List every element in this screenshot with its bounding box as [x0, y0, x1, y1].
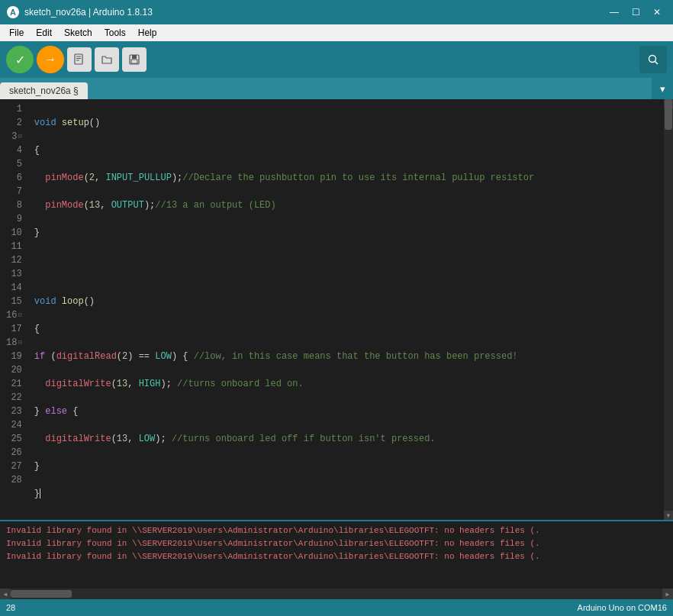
title-bar: A sketch_nov26a | Arduino 1.8.13 — ☐ ✕	[0, 0, 673, 24]
minimize-button[interactable]: —	[604, 5, 624, 20]
search-button[interactable]	[639, 46, 667, 73]
app-logo: A	[6, 5, 20, 19]
close-button[interactable]: ✕	[647, 5, 667, 20]
new-button[interactable]	[67, 47, 92, 72]
hscroll-thumb[interactable]	[11, 590, 72, 598]
line-numbers: 1 2 3⊟ 4 5 6 7 8 9 10 11 12 13 14 15 16⊟…	[0, 99, 28, 520]
status-bar: 28 Arduino Uno on COM16	[0, 599, 673, 616]
tab-bar: sketch_nov26a § ▾	[0, 78, 673, 99]
svg-point-9	[649, 56, 656, 63]
svg-text:A: A	[10, 8, 16, 17]
scroll-down-arrow[interactable]: ▼	[664, 511, 673, 520]
menu-file[interactable]: File	[3, 26, 30, 40]
code-editor[interactable]: void setup() { pinMode(2, INPUT_PULLUP);…	[28, 99, 664, 520]
scroll-track	[11, 589, 662, 599]
maximize-button[interactable]: ☐	[626, 5, 646, 20]
title-bar-left: A sketch_nov26a | Arduino 1.8.13	[6, 5, 153, 19]
scroll-right-arrow[interactable]: ▶	[662, 589, 673, 599]
save-button[interactable]	[122, 47, 147, 72]
console-line-1: Invalid library found in \\SERVER2019\Us…	[6, 524, 667, 537]
editor-container: 1 2 3⊟ 4 5 6 7 8 9 10 11 12 13 14 15 16⊟…	[0, 99, 673, 520]
console-line-3: Invalid library found in \\SERVER2019\Us…	[6, 550, 667, 563]
svg-rect-8	[131, 60, 137, 63]
new-icon	[73, 53, 85, 66]
scroll-thumb[interactable]	[665, 99, 672, 130]
search-icon	[647, 53, 659, 66]
menu-help[interactable]: Help	[132, 26, 163, 40]
open-button[interactable]	[95, 47, 119, 72]
svg-line-10	[655, 62, 659, 65]
menu-bar: File Edit Sketch Tools Help	[0, 24, 673, 41]
status-line-info: 28	[6, 603, 15, 612]
console-container: Invalid library found in \\SERVER2019\Us…	[0, 520, 673, 589]
upload-button[interactable]: →	[37, 46, 64, 73]
vertical-scrollbar[interactable]: ▲ ▼	[664, 99, 673, 520]
window-title: sketch_nov26a | Arduino 1.8.13	[24, 7, 153, 18]
tab-dropdown-button[interactable]: ▾	[652, 78, 673, 99]
console-output: Invalid library found in \\SERVER2019\Us…	[0, 521, 673, 566]
tab-label: sketch_nov26a §	[9, 85, 79, 96]
active-tab[interactable]: sketch_nov26a §	[0, 82, 88, 99]
menu-sketch[interactable]: Sketch	[58, 26, 98, 40]
scroll-left-arrow[interactable]: ◀	[0, 589, 11, 599]
title-controls: — ☐ ✕	[604, 5, 667, 20]
toolbar: ✓ →	[0, 41, 673, 78]
verify-button[interactable]: ✓	[6, 46, 34, 73]
save-icon	[128, 53, 140, 66]
console-line-2: Invalid library found in \\SERVER2019\Us…	[6, 537, 667, 550]
board-status: Arduino Uno on COM16	[578, 603, 667, 612]
horizontal-scrollbar[interactable]: ◀ ▶	[0, 589, 673, 599]
menu-edit[interactable]: Edit	[30, 26, 58, 40]
svg-rect-7	[132, 55, 137, 59]
svg-rect-2	[75, 54, 82, 64]
open-icon	[101, 53, 113, 66]
menu-tools[interactable]: Tools	[98, 26, 132, 40]
